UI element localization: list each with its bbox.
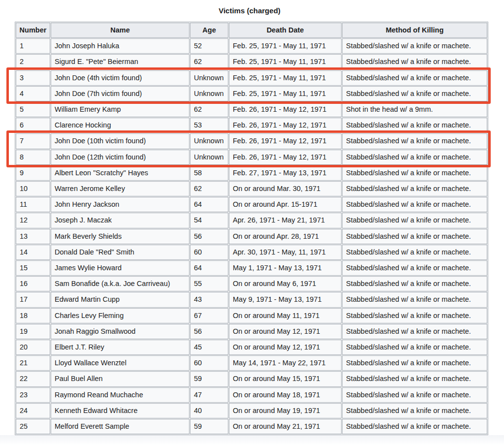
cell-death-date: On or around May 11, 1971 (229, 308, 342, 323)
cell-death-date: On or around Mar. 30, 1971 (229, 181, 342, 196)
cell-death-date: Feb. 25, 1971 - May 11, 1971 (229, 38, 342, 54)
cell-name: Kenneth Edward Whitacre (51, 403, 189, 418)
cell-method-of-killing: Stabbed/slashed w/ a knife or machete. (342, 324, 487, 339)
page-bottom-shade (0, 435, 504, 445)
column-header-age: Age (190, 23, 228, 38)
page: Victims (charged) Number Name Age Death … (0, 0, 504, 445)
cell-age: 54 (190, 213, 228, 228)
table-row: 14Donald Dale "Red" Smith60Apr. 30, 1971… (16, 245, 487, 260)
table-row: 17Edward Martin Cupp43May 9, 1971 - May … (16, 292, 487, 307)
cell-method-of-killing: Stabbed/slashed w/ a knife or machete. (342, 118, 487, 133)
table-row: 9Albert Leon "Scratchy" Hayes58Feb. 27, … (16, 165, 487, 181)
cell-death-date: May 1, 1971 - May 13, 1971 (229, 260, 342, 276)
cell-number: 1 (16, 38, 50, 54)
cell-name: Melford Everett Sample (51, 419, 189, 434)
cell-number: 12 (16, 213, 50, 228)
cell-method-of-killing: Shot in the head w/ a 9mm. (342, 102, 487, 117)
cell-number: 19 (16, 324, 50, 339)
cell-number: 10 (16, 181, 50, 196)
cell-name: Raymond Reand Muchache (51, 387, 189, 403)
cell-number: 11 (16, 197, 50, 212)
cell-number: 25 (16, 419, 50, 434)
cell-method-of-killing: Stabbed/slashed w/ a knife or machete. (342, 197, 487, 212)
column-header-death-date: Death Date (229, 23, 342, 38)
cell-age: 53 (190, 118, 228, 133)
table-header: Number Name Age Death Date Method of Kil… (16, 23, 487, 38)
cell-number: 7 (16, 133, 50, 149)
cell-method-of-killing: Stabbed/slashed w/ a knife or machete. (342, 38, 487, 54)
cell-name: Warren Jerome Kelley (51, 181, 189, 196)
cell-age: Unknown (190, 150, 228, 165)
header-row: Number Name Age Death Date Method of Kil… (16, 23, 487, 38)
cell-number: 16 (16, 276, 50, 291)
cell-age: 55 (190, 276, 228, 291)
cell-method-of-killing: Stabbed/slashed w/ a knife or machete. (342, 229, 487, 244)
cell-age: 62 (190, 102, 228, 117)
table-row: 5William Emery Kamp62Feb. 26, 1971 - May… (16, 102, 487, 117)
cell-method-of-killing: Stabbed/slashed w/ a knife or machete. (342, 276, 487, 291)
table-row: 24Kenneth Edward Whitacre40On or around … (16, 403, 487, 418)
cell-name: John Doe (7th victim found) (51, 86, 189, 101)
table-row: 10Warren Jerome Kelley62On or around Mar… (16, 181, 487, 196)
cell-method-of-killing: Stabbed/slashed w/ a knife or machete. (342, 213, 487, 228)
cell-number: 4 (16, 86, 50, 101)
cell-death-date: Feb. 27, 1971 - May 13, 1971 (229, 165, 342, 181)
cell-number: 13 (16, 229, 50, 244)
cell-name: Edward Martin Cupp (51, 292, 189, 307)
table-row: 1John Joseph Haluka52Feb. 25, 1971 - May… (16, 38, 487, 54)
cell-number: 23 (16, 387, 50, 403)
cell-age: 52 (190, 38, 228, 54)
cell-number: 17 (16, 292, 50, 307)
cell-age: 45 (190, 340, 228, 355)
cell-death-date: May 14, 1971 - May 22, 1971 (229, 355, 342, 371)
cell-method-of-killing: Stabbed/slashed w/ a knife or machete. (342, 308, 487, 323)
cell-age: 60 (190, 245, 228, 260)
table-row: 13Mark Beverly Shields56On or around Apr… (16, 229, 487, 244)
table-row: 16Sam Bonafide (a.k.a. Joe Carriveau)55O… (16, 276, 487, 291)
cell-number: 21 (16, 355, 50, 371)
table-row: 2Sigurd E. "Pete" Beierman62Feb. 25, 197… (16, 54, 487, 69)
table-row: 21Lloyd Wallace Wenztel60May 14, 1971 - … (16, 355, 487, 371)
cell-age: 59 (190, 371, 228, 386)
cell-age: 60 (190, 355, 228, 371)
cell-death-date: Feb. 25, 1971 - May 11, 1971 (229, 54, 342, 69)
column-header-method-of-killing: Method of Killing (342, 23, 487, 38)
table-row: 25Melford Everett Sample59On or around M… (16, 419, 487, 434)
cell-age: 56 (190, 324, 228, 339)
cell-method-of-killing: Stabbed/slashed w/ a knife or machete. (342, 54, 487, 69)
cell-death-date: Apr. 26, 1971 - May 21, 1971 (229, 213, 342, 228)
cell-number: 24 (16, 403, 50, 418)
cell-age: 62 (190, 54, 228, 69)
cell-method-of-killing: Stabbed/slashed w/ a knife or machete. (342, 165, 487, 181)
cell-name: John Henry Jackson (51, 197, 189, 212)
cell-age: 56 (190, 229, 228, 244)
cell-death-date: On or around May 18, 1971 (229, 387, 342, 403)
cell-death-date: On or around May 6, 1971 (229, 276, 342, 291)
cell-death-date: On or around Apr. 15-1971 (229, 197, 342, 212)
table-row: 15James Wylie Howard64May 1, 1971 - May … (16, 260, 487, 276)
cell-method-of-killing: Stabbed/slashed w/ a knife or machete. (342, 245, 487, 260)
cell-age: Unknown (190, 70, 228, 86)
cell-method-of-killing: Stabbed/slashed w/ a knife or machete. (342, 133, 487, 149)
cell-number: 8 (16, 150, 50, 165)
cell-age: 64 (190, 260, 228, 276)
cell-name: Joseph J. Maczak (51, 213, 189, 228)
cell-name: John Doe (4th victim found) (51, 70, 189, 86)
table-title: Victims (charged) (0, 6, 499, 15)
cell-name: John Doe (10th victim found) (51, 133, 189, 149)
cell-death-date: On or around May 19, 1971 (229, 403, 342, 418)
cell-name: Jonah Raggio Smallwood (51, 324, 189, 339)
table-row: 7John Doe (10th victim found)UnknownFeb.… (16, 133, 487, 149)
cell-method-of-killing: Stabbed/slashed w/ a knife or machete. (342, 181, 487, 196)
cell-method-of-killing: Stabbed/slashed w/ a knife or machete. (342, 355, 487, 371)
cell-number: 18 (16, 308, 50, 323)
cell-name: John Doe (12th victim found) (51, 150, 189, 165)
table-row: 3John Doe (4th victim found)UnknownFeb. … (16, 70, 487, 86)
cell-name: Sigurd E. "Pete" Beierman (51, 54, 189, 69)
cell-age: 43 (190, 292, 228, 307)
cell-method-of-killing: Stabbed/slashed w/ a knife or machete. (342, 292, 487, 307)
cell-death-date: Apr. 30, 1971 - May, 11, 1971 (229, 245, 342, 260)
cell-method-of-killing: Stabbed/slashed w/ a knife or machete. (342, 340, 487, 355)
cell-name: Mark Beverly Shields (51, 229, 189, 244)
table-row: 4John Doe (7th victim found)UnknownFeb. … (16, 86, 487, 101)
